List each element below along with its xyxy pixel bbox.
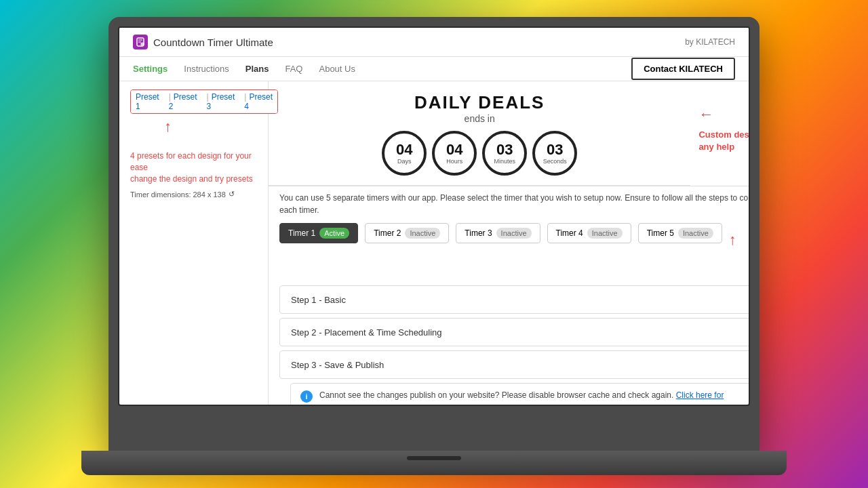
timer-4-status: Inactive (587, 228, 623, 239)
step-3-item: Step 3 - Save & Publish ▼ (279, 350, 749, 379)
timer-tab-3[interactable]: Timer 3 Inactive (456, 223, 540, 243)
step-2-label: Step 2 - Placement & Time Scheduling (291, 327, 442, 338)
arrow-up-icon: ↑ (164, 119, 257, 134)
nav-bar: Settings Instructions Plans FAQ About Us… (119, 57, 749, 81)
timer-title: DAILY DEALS (269, 92, 690, 113)
nav-instructions[interactable]: Instructions (184, 64, 229, 74)
nav-settings[interactable]: Settings (133, 64, 167, 74)
step-1-item: Step 1 - Basic ▼ (279, 285, 749, 314)
minutes-circle: 03 Minutes (482, 131, 527, 176)
right-annotation: ← Custom design or any help (690, 81, 749, 186)
nav-about[interactable]: About Us (319, 64, 355, 74)
app: Countdown Timer Ultimate by KILATECH Set… (119, 28, 749, 405)
nav-faq[interactable]: FAQ (285, 64, 302, 74)
timer-2-status: Inactive (405, 228, 440, 239)
timer-tab-4[interactable]: Timer 4 Inactive (547, 223, 631, 243)
hours-circle: 04 Hours (432, 131, 477, 176)
app-logo (133, 35, 148, 49)
arrow-left-icon: ← (698, 106, 713, 123)
timer-tabs: Timer 1 Active Timer 2 Inactive Timer 3 … (279, 223, 722, 243)
preset-annotation: 4 presets for each design for your ease … (130, 150, 257, 184)
step-3-label: Step 3 - Save & Publish (291, 360, 384, 370)
step-1-header[interactable]: Step 1 - Basic ▼ (280, 286, 749, 313)
timer-3-status: Inactive (496, 228, 532, 239)
preset-annotation-line2: change the design and try presets (130, 174, 253, 184)
timer-1-status: Active (319, 228, 349, 239)
app-title: Countdown Timer Ultimate (153, 37, 273, 48)
preset-2[interactable]: Preset 2 (164, 90, 202, 113)
timer-tabs-section: You can use 5 separate timers with our a… (269, 186, 749, 283)
timer-tab-5[interactable]: Timer 5 Inactive (638, 223, 722, 243)
contact-button[interactable]: Contact KILATECH (631, 58, 735, 80)
step-3-header[interactable]: Step 3 - Save & Publish ▼ (280, 351, 749, 378)
timer-2-label: Timer 2 (374, 228, 401, 238)
step-2-item: Step 2 - Placement & Time Scheduling ▼ (279, 318, 749, 346)
left-panel: Preset 1 Preset 2 Preset 3 Preset 4 ↑ 4 … (119, 81, 269, 405)
info-link[interactable]: Click here for (676, 390, 724, 400)
laptop-screen: Countdown Timer Ultimate by KILATECH Set… (118, 26, 750, 406)
center-column: DAILY DEALS ends in 04 Days 04 Hours (269, 81, 749, 405)
timer-circles: 04 Days 04 Hours 03 Minutes (269, 131, 690, 176)
header-left: Countdown Timer Ultimate (133, 35, 273, 49)
timer-5-status: Inactive (678, 228, 713, 239)
timer-3-label: Timer 3 (465, 228, 492, 238)
steps-section: Step 1 - Basic ▼ Step 2 - Placement & Ti… (269, 283, 749, 405)
days-circle: 04 Days (382, 131, 427, 176)
preset-annotation-line1: 4 presets for each design for your ease (130, 151, 252, 172)
arrow-up-timers-icon: ↑ (729, 232, 749, 247)
preview-row: DAILY DEALS ends in 04 Days 04 Hours (269, 81, 749, 186)
info-bar: i Cannot see the changes publish on your… (290, 383, 749, 405)
preset-4[interactable]: Preset 4 (239, 90, 277, 113)
step-1-label: Step 1 - Basic (291, 295, 346, 305)
laptop-outer: Countdown Timer Ultimate by KILATECH Set… (108, 17, 760, 451)
info-text: Cannot see the changes publish on your w… (319, 390, 724, 400)
timer-subtitle: ends in (269, 113, 690, 124)
timer-1-label: Timer 1 (288, 228, 315, 238)
timer-4-label: Timer 4 (556, 228, 583, 238)
step-2-header[interactable]: Step 2 - Placement & Time Scheduling ▼ (280, 319, 749, 346)
seconds-circle: 03 Seconds (532, 131, 577, 176)
kilatech-label: by KILATECH (685, 37, 735, 47)
preset-1[interactable]: Preset 1 (131, 90, 164, 113)
refresh-icon[interactable]: ↺ (229, 190, 235, 199)
custom-design-text: Custom design or any help (698, 129, 749, 153)
timer-5-label: Timer 5 (647, 228, 674, 238)
preset-3[interactable]: Preset 3 (202, 90, 240, 113)
timer-preview: DAILY DEALS ends in 04 Days 04 Hours (269, 81, 690, 186)
timer-info-text: You can use 5 separate timers with our a… (279, 192, 749, 216)
nav-plans[interactable]: Plans (245, 64, 269, 74)
timer-dimensions: Timer dimensions: 284 x 138 ↺ (130, 190, 257, 199)
main-content: Preset 1 Preset 2 Preset 3 Preset 4 ↑ 4 … (119, 81, 749, 405)
timer-tab-1[interactable]: Timer 1 Active (279, 223, 358, 243)
timer-tab-2[interactable]: Timer 2 Inactive (365, 223, 449, 243)
laptop-base (81, 451, 787, 475)
app-header: Countdown Timer Ultimate by KILATECH (119, 28, 749, 57)
nav-links: Settings Instructions Plans FAQ About Us (133, 57, 355, 81)
info-icon: i (300, 390, 313, 403)
preset-bar: Preset 1 Preset 2 Preset 3 Preset 4 (130, 89, 278, 114)
